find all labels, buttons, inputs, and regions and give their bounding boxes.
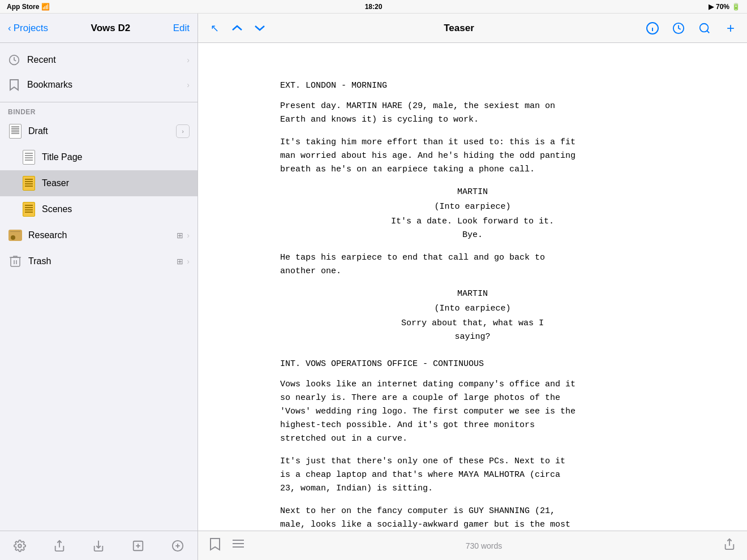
parenthetical-2: (Into earpiece) <box>280 302 665 316</box>
download-button[interactable] <box>87 536 110 556</box>
dialogue-2: Sorry about that, what was Isaying? <box>280 317 665 344</box>
bottom-left-buttons <box>209 537 244 554</box>
title-page-icon <box>22 150 36 165</box>
action-3: He taps his earpiece to end that call an… <box>280 251 665 278</box>
research-label: Research <box>28 230 177 240</box>
research-grid-icon: ⊞ <box>177 231 183 240</box>
action-6: Next to her on the fancy computer is GUY… <box>280 505 665 531</box>
sidebar-title: Vows D2 <box>91 23 131 34</box>
svg-rect-1 <box>11 257 20 266</box>
status-time: 18:20 <box>365 3 383 11</box>
clock-icon <box>8 54 20 66</box>
header-right: + <box>644 20 739 37</box>
binder-item-trash[interactable]: Trash ⊞ › <box>0 248 198 274</box>
sidebar-item-bookmarks[interactable]: Bookmarks › <box>0 72 198 97</box>
header-left: ↖ <box>206 20 274 37</box>
screenplay-text: EXT. LONDON - MORNING Present day. MARTI… <box>280 79 665 531</box>
main-content: ↖ Teaser <box>198 14 747 560</box>
bookmarks-chevron-icon: › <box>187 80 190 89</box>
status-bar: App Store 📶 18:20 ▶ 70% 🔋 <box>0 0 747 14</box>
scenes-label: Scenes <box>42 204 190 214</box>
app-container: ‹ Projects Vows D2 Edit Recent › <box>0 14 747 560</box>
back-chevron-icon: ‹ <box>8 23 11 34</box>
header-center: Teaser <box>280 23 638 34</box>
share-button[interactable] <box>48 536 71 556</box>
binder-item-teaser[interactable]: Teaser <box>0 170 198 196</box>
status-left: App Store 📶 <box>7 3 50 11</box>
add-button[interactable] <box>166 536 189 556</box>
nav-arrows <box>229 20 268 37</box>
action-5: It's just that there's only one of these… <box>280 455 665 496</box>
screenplay-content[interactable]: EXT. LONDON - MORNING Present day. MARTI… <box>198 43 747 531</box>
bookmarks-label: Bookmarks <box>27 80 187 90</box>
nav-down-button[interactable] <box>251 20 268 37</box>
draft-icon <box>8 124 23 139</box>
binder-item-title-page[interactable]: Title Page <box>0 144 198 170</box>
binder-item-draft[interactable]: Draft › <box>0 118 198 144</box>
navigate-back-button[interactable]: ↖ <box>206 20 223 37</box>
bookmark-icon <box>8 79 20 91</box>
parenthetical-1: (Into earpiece) <box>280 200 665 214</box>
nav-up-button[interactable] <box>229 20 246 37</box>
word-count: 730 words <box>466 541 503 550</box>
main-header: ↖ Teaser <box>198 14 747 43</box>
settings-button[interactable] <box>8 536 31 556</box>
edit-button[interactable]: Edit <box>173 23 190 34</box>
wifi-icon: 📶 <box>41 3 50 11</box>
recent-label: Recent <box>27 55 187 65</box>
add-document-button[interactable]: + <box>722 20 739 37</box>
document-title: Teaser <box>444 23 474 34</box>
battery-label: 70% <box>716 3 729 11</box>
bookmark-button[interactable] <box>209 537 221 554</box>
scene-heading-1: EXT. LONDON - MORNING <box>280 79 665 93</box>
research-chevron-icon: › <box>187 231 190 240</box>
scenes-icon <box>22 202 36 217</box>
research-icon <box>8 228 23 243</box>
compose-button[interactable] <box>127 536 149 556</box>
teaser-label: Teaser <box>42 178 190 188</box>
app-store-label: App Store <box>7 3 39 11</box>
dialogue-1: It's a date. Look forward to it.Bye. <box>280 215 665 242</box>
main-bottom-bar: 730 words <box>198 531 747 560</box>
share-bottom-button[interactable] <box>723 538 736 554</box>
action-4: Vows looks like an internet dating compa… <box>280 378 665 446</box>
character-2: MARTIN <box>280 287 665 301</box>
action-2: It's taking him more effort than it used… <box>280 136 665 176</box>
back-label: Projects <box>14 23 48 34</box>
sidebar-toolbar <box>0 531 198 560</box>
character-1: MARTIN <box>280 186 665 199</box>
recent-chevron-icon: › <box>187 55 190 64</box>
back-button[interactable]: ‹ Projects <box>8 23 48 34</box>
binder-item-scenes[interactable]: Scenes <box>0 196 198 222</box>
svg-point-17 <box>700 23 709 32</box>
sidebar-item-recent[interactable]: Recent › <box>0 48 198 72</box>
trash-grid-icon: ⊞ <box>177 257 183 266</box>
binder-section: BINDER Draft › Title Page <box>0 102 198 274</box>
trash-chevron-icon: › <box>187 257 190 266</box>
sidebar-nav: Recent › Bookmarks › <box>0 43 198 102</box>
history-button[interactable] <box>670 20 687 37</box>
draft-label: Draft <box>28 126 176 136</box>
menu-button[interactable] <box>232 537 244 554</box>
trash-icon <box>8 254 23 269</box>
svg-point-4 <box>18 544 22 548</box>
status-right: ▶ 70% 🔋 <box>709 3 740 11</box>
info-button[interactable] <box>644 20 661 37</box>
trash-label: Trash <box>28 256 177 266</box>
scene-heading-2: INT. VOWS OPERATIONS OFFICE - CONTINUOUS <box>280 357 665 371</box>
sidebar: ‹ Projects Vows D2 Edit Recent › <box>0 14 198 560</box>
draft-expand-button[interactable]: › <box>176 124 190 138</box>
binder-label: BINDER <box>0 102 198 118</box>
search-button[interactable] <box>696 20 713 37</box>
sidebar-header: ‹ Projects Vows D2 Edit <box>0 14 198 43</box>
title-page-label: Title Page <box>42 152 190 162</box>
teaser-icon <box>22 176 36 191</box>
action-1: Present day. MARTIN HARE (29, male, the … <box>280 100 665 127</box>
location-icon: ▶ <box>709 3 714 11</box>
svg-line-18 <box>707 31 709 33</box>
battery-icon: 🔋 <box>732 3 740 11</box>
binder-item-research[interactable]: Research ⊞ › <box>0 222 198 248</box>
